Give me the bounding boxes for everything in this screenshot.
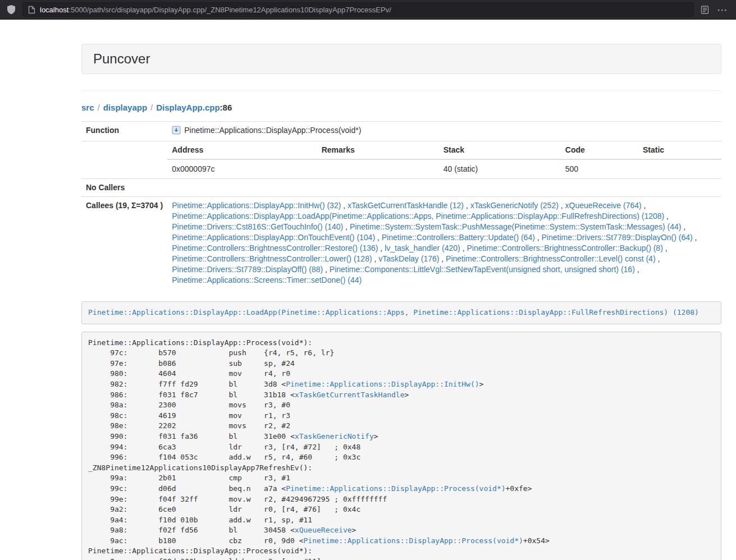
- function-row: Function Pinetime::Applications::Display…: [81, 122, 721, 141]
- details-row-label-spacer: [81, 141, 167, 179]
- highlighted-line-box: Pinetime::Applications::DisplayApp::Load…: [81, 301, 721, 324]
- col-stack: Stack: [439, 141, 561, 159]
- col-remarks: Remarks: [317, 141, 439, 159]
- menu-icon[interactable]: ⋯: [716, 4, 729, 15]
- callees-links: Pinetime::Applications::DisplayApp::Init…: [167, 197, 721, 290]
- callers-row: No Callers: [81, 179, 721, 197]
- address-table: Address Remarks Stack Code Static 0x0000…: [167, 141, 721, 178]
- remarks-cell: [317, 159, 439, 178]
- callers-cell: [167, 179, 721, 197]
- callee-link[interactable]: Pinetime::Controllers::Battery::Update()…: [382, 233, 535, 242]
- callee-separator: ,: [681, 222, 685, 231]
- callee-separator: ,: [323, 265, 330, 274]
- function-name: Pinetime::Applications::DisplayApp::Proc…: [184, 126, 361, 135]
- code-symbol-link[interactable]: xQueueReceive: [295, 526, 352, 534]
- callee-link[interactable]: Pinetime::Controllers::BrightnessControl…: [172, 244, 378, 253]
- address-table-header: Address Remarks Stack Code Static: [167, 141, 721, 159]
- url-path: :5000/path/src/displayapp/DisplayApp.cpp…: [68, 6, 391, 14]
- stack-cell: 40 (static): [439, 159, 561, 178]
- col-code: Code: [561, 141, 638, 159]
- url-text: localhost:5000/path/src/displayapp/Displ…: [40, 6, 391, 14]
- code-symbol-link[interactable]: xTaskGetCurrentTaskHandle: [295, 391, 405, 399]
- page-info-icon[interactable]: [28, 6, 35, 14]
- callers-label: No Callers: [81, 179, 167, 197]
- callee-link[interactable]: xQueueReceive (764): [565, 201, 642, 210]
- function-label: Function: [81, 122, 167, 141]
- shield-icon[interactable]: [7, 4, 16, 15]
- callee-link[interactable]: lv_task_handler (420): [385, 244, 460, 253]
- callee-link[interactable]: Pinetime::Controllers::BrightnessControl…: [172, 254, 372, 263]
- callee-link[interactable]: xTaskGenericNotify (252): [470, 201, 559, 210]
- breadcrumb-link-displayapp[interactable]: displayapp: [103, 103, 147, 112]
- url-host: localhost: [40, 6, 68, 14]
- page-title: Puncover: [93, 52, 710, 66]
- callee-separator: ,: [535, 233, 542, 242]
- col-address: Address: [167, 141, 317, 159]
- callee-link[interactable]: Pinetime::Components::LittleVgl::SetNewT…: [330, 265, 635, 274]
- callee-separator: ,: [343, 222, 350, 231]
- callee-separator: ,: [372, 254, 379, 263]
- breadcrumb-separator: /: [150, 103, 153, 112]
- callees-row: Callees (19, Σ=3704 ) Pinetime::Applicat…: [81, 197, 721, 290]
- disassembly-code: Pinetime::Applications::DisplayApp::Proc…: [81, 332, 721, 560]
- code-symbol-link[interactable]: xTaskGenericNotify: [295, 432, 374, 440]
- details-cell: Address Remarks Stack Code Static 0x0000…: [167, 141, 721, 179]
- address-row: 0x0000097c 40 (static) 500: [167, 159, 721, 178]
- col-static: Static: [638, 141, 721, 159]
- callee-separator: ,: [464, 201, 470, 210]
- static-cell: [638, 159, 721, 178]
- breadcrumb-link-file[interactable]: DisplayApp.cpp: [156, 103, 220, 112]
- breadcrumb: src/displayapp/DisplayApp.cpp:86: [81, 102, 721, 113]
- code-symbol-link[interactable]: Pinetime::Applications::DisplayApp::Init…: [286, 380, 479, 388]
- callee-separator: ,: [375, 233, 382, 242]
- function-type-icon: [172, 126, 181, 137]
- callee-separator: ,: [663, 244, 668, 253]
- callee-separator: ,: [693, 233, 697, 242]
- callee-separator: ,: [439, 254, 446, 263]
- callee-link[interactable]: Pinetime::Applications::DisplayApp::Load…: [172, 212, 664, 221]
- callee-link[interactable]: Pinetime::Applications::Screens::Timer::…: [172, 276, 362, 284]
- highlighted-symbol-link[interactable]: Pinetime::Applications::DisplayApp::Load…: [88, 308, 699, 316]
- callee-link[interactable]: Pinetime::Applications::DisplayApp::OnTo…: [172, 233, 375, 242]
- callee-link[interactable]: Pinetime::Applications::DisplayApp::Init…: [172, 201, 341, 210]
- callee-separator: ,: [378, 244, 385, 253]
- callee-separator: ,: [656, 254, 660, 263]
- breadcrumb-line-number: :86: [220, 103, 232, 112]
- reader-mode-icon[interactable]: [701, 6, 709, 14]
- callee-separator: ,: [460, 244, 467, 253]
- page-content: Puncover src/displayapp/DisplayApp.cpp:8…: [0, 20, 736, 560]
- callee-separator: ,: [341, 201, 348, 210]
- callee-separator: ,: [664, 212, 669, 221]
- code-symbol-link[interactable]: Pinetime::Applications::DisplayApp::Proc…: [286, 484, 505, 493]
- callee-link[interactable]: vTaskDelay (176): [378, 254, 439, 263]
- callees-label: Callees (19, Σ=3704 ): [81, 197, 167, 290]
- app-title-panel: Puncover: [81, 44, 721, 74]
- callee-link[interactable]: Pinetime::System::SystemTask::PushMessag…: [350, 222, 682, 231]
- callee-separator: ,: [642, 201, 646, 210]
- divider: [81, 90, 721, 91]
- callee-link[interactable]: xTaskGetCurrentTaskHandle (12): [348, 201, 464, 210]
- code-symbol-link[interactable]: Pinetime::Applications::DisplayApp::Proc…: [304, 536, 523, 545]
- symbol-table: Function Pinetime::Applications::Display…: [81, 121, 721, 289]
- callee-separator: ,: [559, 201, 565, 210]
- url-bar[interactable]: localhost:5000/path/src/displayapp/Displ…: [22, 2, 694, 17]
- callee-link[interactable]: Pinetime::Drivers::St7789::DisplayOn() (…: [542, 233, 693, 242]
- callee-link[interactable]: Pinetime::Controllers::BrightnessControl…: [446, 254, 655, 263]
- callee-separator: ,: [635, 265, 639, 274]
- breadcrumb-separator: /: [98, 103, 100, 112]
- code-size-cell: 500: [561, 159, 638, 178]
- function-name-cell: Pinetime::Applications::DisplayApp::Proc…: [167, 122, 721, 141]
- breadcrumb-link-src[interactable]: src: [81, 103, 94, 112]
- callee-link[interactable]: Pinetime::Drivers::Cst816S::GetTouchInfo…: [172, 222, 343, 231]
- address-cell: 0x0000097c: [167, 159, 317, 178]
- browser-chrome: localhost:5000/path/src/displayapp/Displ…: [0, 0, 736, 20]
- callee-link[interactable]: Pinetime::Drivers::St7789::DisplayOff() …: [172, 265, 323, 274]
- details-row: Address Remarks Stack Code Static 0x0000…: [81, 141, 721, 179]
- callee-link[interactable]: Pinetime::Controllers::BrightnessControl…: [467, 244, 662, 253]
